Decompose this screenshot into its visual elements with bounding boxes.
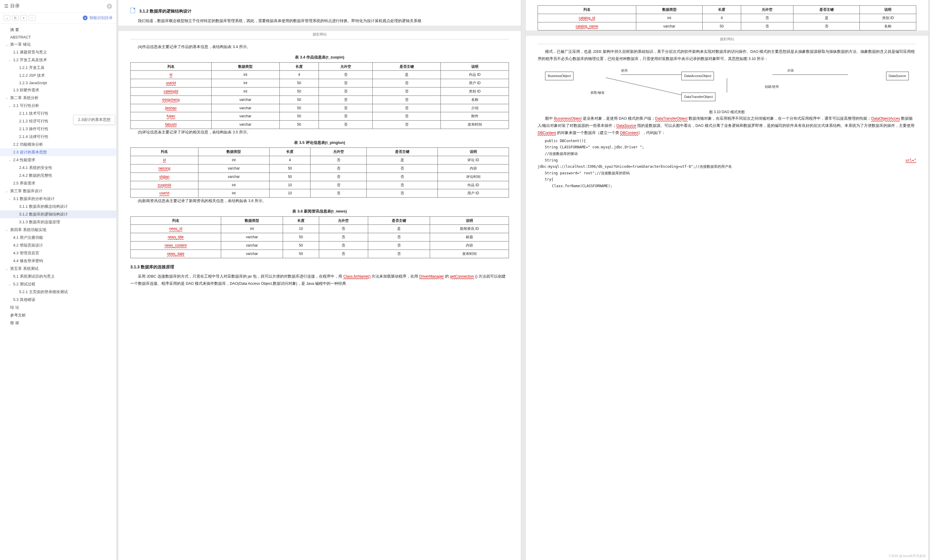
- toc-item[interactable]: ⌄1.2 开发工具及技术: [0, 56, 116, 64]
- chevron-down-icon[interactable]: ⌄: [5, 43, 9, 46]
- toc-item[interactable]: 2.1.3 操作可行性: [0, 125, 116, 133]
- toc-item[interactable]: 参考文献: [0, 311, 116, 319]
- table-row: catelogIdint50否否类别 ID: [131, 87, 509, 95]
- table-cell: 新闻资讯 ID: [430, 225, 509, 233]
- table-cell: int: [198, 189, 269, 198]
- toc-item-label: 2.1.1 技术可行性: [19, 111, 48, 116]
- paragraph: (5)评论信息表主要记录了评论的相关信息，表结构如表 3.5 所示。: [130, 129, 509, 136]
- toc-item[interactable]: ⌄第一章 绪论: [0, 41, 116, 48]
- chevron-down-icon[interactable]: ⌄: [8, 58, 12, 62]
- toc-item[interactable]: 1.1 课题背景与意义: [0, 48, 116, 56]
- toc-item[interactable]: ⌄2.1 可行性分析: [0, 102, 116, 110]
- page-viewport[interactable]: 3.1.2 数据库的逻辑结构设计 我们知道，数据库概念模型独立于任何特定的数据库…: [117, 0, 930, 560]
- table-header-cell: 是否主键: [367, 148, 438, 156]
- toc-item-label: 1.2.2 JSP 技术: [19, 73, 45, 78]
- toc-item[interactable]: 4.2 登陆页面设计: [0, 241, 116, 249]
- table-row: neirongvarchar50否否内容: [131, 164, 509, 173]
- table-header-cell: 数据类型: [221, 216, 283, 225]
- table-header-cell: 允许空: [319, 62, 373, 71]
- toc-item[interactable]: 2.5 界面需求: [0, 180, 116, 187]
- chevron-down-icon[interactable]: ⌄: [8, 197, 12, 201]
- toc-item[interactable]: 2.4.2 数据的完整性: [0, 172, 116, 180]
- table-row: shijianvarchar50否否评论时间: [131, 173, 509, 181]
- table-cell: int: [636, 14, 702, 22]
- table-row: news_datevarchar50否否发布时间: [131, 250, 509, 258]
- table-header-cell: 说明: [438, 148, 509, 156]
- toc-item[interactable]: 5.3 其他错误: [0, 296, 116, 304]
- toc-item[interactable]: 3.1.2 数据库的逻辑结构设计: [0, 210, 116, 218]
- toc-item[interactable]: 1.2.3 JavaScript: [0, 80, 116, 86]
- toc-item[interactable]: 结 论: [0, 304, 116, 311]
- table-cell: 50: [269, 164, 311, 173]
- chevron-down-icon[interactable]: ⌄: [5, 229, 9, 232]
- toc-item[interactable]: 1.2.2 JSP 技术: [0, 72, 116, 80]
- chevron-down-icon[interactable]: ⌄: [8, 104, 12, 107]
- toc-item-label: 摘 要: [10, 27, 19, 32]
- toc-item[interactable]: 2.1.4 法律可行性: [0, 133, 116, 141]
- toc-item[interactable]: ⌄第四章 系统功能实现: [0, 226, 116, 234]
- table-cell: varchar: [221, 233, 283, 241]
- table-cell: int: [221, 225, 283, 233]
- toc-item[interactable]: ⌄2.4 性能需求: [0, 156, 116, 164]
- table-header-cell: 数据类型: [198, 148, 269, 156]
- toc-item[interactable]: 4.3 管理员首页: [0, 249, 116, 257]
- chevron-down-icon[interactable]: ⌄: [5, 267, 9, 270]
- toc-item[interactable]: ⌄第五章 系统测试: [0, 265, 116, 273]
- chevron-down-icon[interactable]: ⌄: [8, 283, 12, 286]
- table-cell: mingcheng: [131, 95, 212, 104]
- table-cell: varchar: [221, 241, 283, 250]
- chevron-down-icon[interactable]: ⌄: [5, 190, 9, 193]
- toc-item[interactable]: 4.4 修改登录密码: [0, 257, 116, 265]
- zoom-out-button[interactable]: −: [29, 15, 35, 21]
- table-cell: 否: [319, 104, 373, 112]
- table-cell: varchar: [221, 250, 283, 258]
- table-cell: 50: [283, 241, 319, 250]
- chevron-down-icon[interactable]: ⌄: [5, 97, 9, 100]
- toc-item[interactable]: 5.2.1 主页面的登录模块测试: [0, 288, 116, 296]
- toc-item[interactable]: 摘 要: [0, 26, 116, 34]
- table-cell: 名称: [860, 22, 916, 31]
- table-cell: 否: [367, 164, 438, 173]
- page-right: 列名数据类型长度允许空是否主键说明catalog_idint4否是类别 IDca…: [526, 0, 928, 560]
- paragraph: (6)新闻资讯信息表主要记录了新闻资讯的相关信息，表结构如表 3.6 所示。: [130, 198, 509, 205]
- toc-item[interactable]: 4.1 用户注册功能: [0, 234, 116, 241]
- toc-item[interactable]: ⌄3.1 数据库的分析与设计: [0, 195, 116, 203]
- table-header-cell: 允许空: [311, 148, 367, 156]
- table-cell: catalog_name: [538, 22, 636, 31]
- toc-item[interactable]: 1.2.1 开发工具: [0, 64, 116, 72]
- close-icon[interactable]: ✕: [107, 3, 112, 9]
- toc-item-label: 结 论: [10, 305, 19, 310]
- table-t36: 列名数据类型长度允许空是否主键说明news_idint10否是新闻资讯 IDne…: [130, 216, 509, 258]
- toc-item[interactable]: 2.3 设计的基本思想: [0, 148, 116, 156]
- toc-item-label: 2.1.2 经济可行性: [19, 118, 48, 124]
- toc-item[interactable]: 3.1.1 数据库的概念结构设计: [0, 203, 116, 210]
- toc-item-label: 第五章 系统测试: [10, 266, 38, 272]
- toc-item[interactable]: ⌄5.2 测试过程: [0, 280, 116, 288]
- toc-item[interactable]: ⌄第二章 系统分析: [0, 94, 116, 102]
- toc-item[interactable]: ABSTRACT: [0, 34, 116, 41]
- toc-tooltip: 2.3设计的基本思想: [74, 115, 115, 124]
- chevron-down-icon[interactable]: ⌄: [8, 158, 12, 162]
- toc-item[interactable]: ⌄第三章 数据库设计: [0, 187, 116, 195]
- table-cell: catalog_id: [538, 14, 636, 22]
- toc-item[interactable]: 2.2 功能模块分析: [0, 141, 116, 148]
- toc-item[interactable]: 1.3 软硬件需求: [0, 86, 116, 94]
- toc-item[interactable]: 5.1 系统测试目的与意义: [0, 273, 116, 280]
- table-cell: 否: [373, 87, 441, 95]
- diagram-caption: 图 3.10 DAO 模式类图: [537, 109, 916, 115]
- table-cell: 50: [283, 233, 319, 241]
- zoom-in-button[interactable]: +: [20, 15, 27, 21]
- toc-item[interactable]: 3.1.3 数据库的连接原理: [0, 218, 116, 226]
- table-cell: 否: [319, 250, 368, 258]
- table-row: jieshaovarchar50否否介绍: [131, 104, 509, 112]
- table-cell: 否: [319, 87, 373, 95]
- locate-button[interactable]: ⎘: [12, 15, 18, 21]
- smart-toc-button[interactable]: ✦ 智能识别目录: [83, 15, 112, 21]
- paragraph: (4)作品信息表主要记录了作品的基本信息，表结构如表 3.4 所示。: [130, 44, 509, 51]
- table-row: news_titlevarchar50否否标题: [131, 233, 509, 241]
- toc-item[interactable]: 2.4.1 系统的安全性: [0, 164, 116, 172]
- table-cell: varchar: [211, 112, 279, 121]
- toc-item[interactable]: 致 谢: [0, 319, 116, 327]
- toc-item-label: 3.1 数据库的分析与设计: [13, 196, 55, 201]
- expand-all-button[interactable]: ⌄: [4, 15, 10, 21]
